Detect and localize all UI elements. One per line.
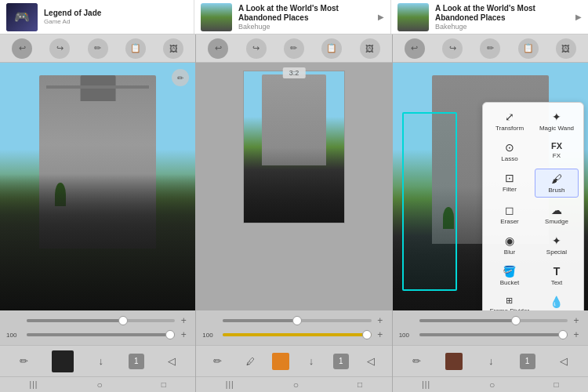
p2-download-btn[interactable]: ↓: [300, 350, 322, 372]
p2-nav-circle[interactable]: ○: [293, 379, 299, 390]
panel1-nav-square[interactable]: □: [162, 380, 166, 389]
p2-nav-home[interactable]: |||: [226, 380, 234, 389]
panel2-slider2-plus[interactable]: +: [375, 329, 386, 340]
panel3-slider1-track[interactable]: [419, 319, 568, 322]
p3-brown-sq-btn[interactable]: [445, 353, 463, 370]
p3-undo-button[interactable]: ↩: [405, 38, 425, 59]
tool-transform[interactable]: ⤢ Transform: [488, 107, 532, 135]
panel2-nav-bar: ||| ○ □: [196, 376, 391, 392]
magic-wand-icon: ✦: [552, 111, 561, 123]
p2-redo-button[interactable]: ↪: [246, 38, 267, 59]
p2-back-btn[interactable]: ◁: [360, 350, 382, 372]
special-icon: ✦: [552, 234, 561, 247]
p3-download-btn[interactable]: ↓: [480, 350, 502, 372]
filter-icon: ⊡: [505, 172, 514, 184]
panel2-slider2-fill: [223, 333, 371, 336]
panel2-slider1-track[interactable]: [223, 319, 371, 322]
panel1-slider2-track[interactable]: [27, 333, 175, 336]
tool-special[interactable]: ✦ Special: [535, 231, 579, 259]
p2-nav-square[interactable]: □: [358, 380, 362, 389]
panel3-slider1-plus[interactable]: +: [571, 315, 582, 326]
p3-edit-button[interactable]: ✏: [480, 38, 500, 59]
ad-section-abandoned-2[interactable]: A Look at the World's Most Abandoned Pla…: [391, 0, 588, 34]
panel1-nav-home[interactable]: |||: [30, 380, 38, 389]
p2-num-btn[interactable]: 1: [333, 354, 349, 369]
panel1-top-toolbar: ↩ ↪ ✏ 📋 🖼: [0, 34, 195, 63]
tool-bucket[interactable]: 🪣 Bucket: [488, 262, 532, 289]
panel1-slider1-fill: [27, 319, 123, 322]
panel1-slider1-plus[interactable]: +: [178, 315, 189, 326]
p2-pencil2-btn[interactable]: 🖊: [239, 350, 261, 372]
p3-copy-button[interactable]: 📋: [518, 38, 539, 59]
tool-smudge[interactable]: ☁ Smudge: [535, 201, 579, 228]
panel3-slider2-thumb[interactable]: [558, 330, 568, 339]
tool-frame-divider[interactable]: ⊞ Frame Divider: [488, 292, 532, 310]
panel1-back-btn[interactable]: ◁: [161, 350, 183, 372]
panel1-bottom-toolbar: ✏ ↓ 1 ◁: [0, 345, 195, 376]
tool-lasso[interactable]: ⊙ Lasso: [488, 138, 532, 165]
panel2-slider2-thumb[interactable]: [362, 330, 372, 339]
panel3-slider1-thumb[interactable]: [511, 316, 521, 325]
tool-frame-divider-label: Frame Divider: [490, 307, 529, 310]
p2-edit-button[interactable]: ✏: [284, 38, 304, 59]
tool-eraser[interactable]: ◻ Eraser: [488, 201, 532, 228]
ad-section-game[interactable]: 🎮 Legend of Jade Game Ad: [0, 0, 194, 34]
eraser-icon: ◻: [505, 204, 514, 216]
tool-magic-wand[interactable]: ✦ Magic Wand: [535, 107, 579, 135]
panels-container: ↩ ↪ ✏ 📋 🖼 ✏: [0, 34, 588, 392]
panel1-nav-bar: ||| ○ □: [0, 376, 195, 392]
undo-button[interactable]: ↩: [12, 38, 32, 59]
panel1-square-btn[interactable]: [52, 350, 74, 372]
panel1-edit-icon[interactable]: ✏: [172, 69, 189, 86]
panel3-slider2-plus[interactable]: +: [571, 329, 582, 340]
eyedropper-icon: 💧: [550, 296, 563, 308]
tool-brush[interactable]: 🖌 Brush: [535, 169, 579, 198]
panel1-nav-circle[interactable]: ○: [96, 379, 102, 390]
p2-copy-button[interactable]: 📋: [321, 38, 342, 59]
panel3-nav-bar: ||| ○ □: [393, 376, 588, 392]
tool-smudge-label: Smudge: [545, 218, 568, 225]
tool-eyedropper[interactable]: 💧 Eyedropper: [535, 292, 579, 310]
panel1-num-btn[interactable]: 1: [129, 354, 144, 369]
tool-blur[interactable]: ◉ Blur: [488, 231, 532, 259]
panel1-pencil-btn[interactable]: ✏: [13, 350, 35, 372]
tool-fx[interactable]: FX FX: [535, 138, 579, 165]
edit-button[interactable]: ✏: [88, 38, 108, 59]
bucket-icon: 🪣: [503, 265, 516, 278]
tool-text[interactable]: T Text: [535, 262, 579, 289]
p3-nav-home[interactable]: |||: [422, 380, 430, 389]
panel3-slider2-label: 100: [399, 332, 416, 339]
panel2-slider2-track[interactable]: [223, 333, 371, 336]
p3-redo-button[interactable]: ↪: [442, 38, 463, 59]
panel1-slider2-thumb[interactable]: [165, 330, 175, 339]
p3-nav-square[interactable]: □: [554, 380, 558, 389]
smudge-icon: ☁: [551, 204, 562, 216]
p3-pencil-btn[interactable]: ✏: [406, 350, 428, 372]
copy-button[interactable]: 📋: [125, 38, 146, 59]
tool-filter[interactable]: ⊡ Filter: [488, 169, 532, 198]
p2-image-button[interactable]: 🖼: [360, 38, 380, 59]
tool-fx-label: FX: [553, 152, 561, 159]
panel1-slider1-track[interactable]: [27, 319, 175, 322]
p3-image-button[interactable]: 🖼: [556, 38, 576, 59]
p2-orange-sq-btn[interactable]: [272, 353, 289, 370]
panel2-people-overlay: [244, 147, 344, 223]
panel1-slider2-plus[interactable]: +: [178, 329, 189, 340]
image-button[interactable]: 🖼: [163, 38, 183, 59]
p2-pencil-btn[interactable]: ✏: [206, 350, 228, 372]
panel1-slider1-thumb[interactable]: [118, 316, 128, 325]
p3-nav-circle[interactable]: ○: [489, 379, 495, 390]
p3-back-btn[interactable]: ◁: [553, 350, 575, 372]
p2-undo-button[interactable]: ↩: [208, 38, 228, 59]
panel1-canvas: ✏: [0, 63, 195, 310]
panel2-slider1-plus[interactable]: +: [375, 315, 386, 326]
panel2-slider1-thumb[interactable]: [292, 316, 302, 325]
panel1-download-btn[interactable]: ↓: [90, 350, 112, 372]
redo-button[interactable]: ↪: [49, 38, 70, 59]
p3-num-btn[interactable]: 1: [520, 354, 535, 369]
tool-filter-label: Filter: [503, 186, 517, 193]
transform-icon: ⤢: [505, 111, 514, 123]
panel3-slider2-track[interactable]: [419, 333, 568, 336]
ad-section-abandoned-1[interactable]: A Look at the World's Most Abandoned Pla…: [194, 0, 391, 34]
fx-icon: FX: [551, 141, 562, 151]
